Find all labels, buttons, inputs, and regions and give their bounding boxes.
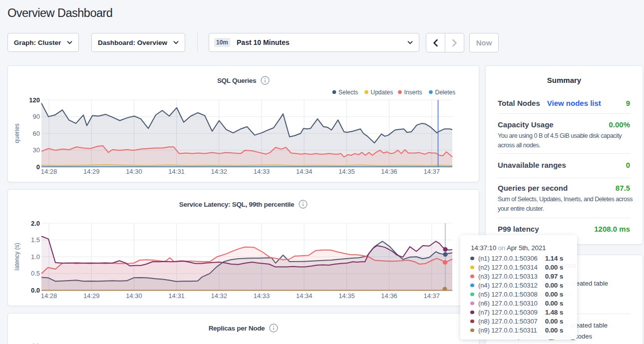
svg-text:14:34: 14:34 — [296, 292, 313, 300]
svg-text:14:33: 14:33 — [254, 292, 270, 300]
svg-text:latency (s): latency (s) — [13, 243, 20, 270]
svg-text:14:33: 14:33 — [254, 168, 270, 175]
svg-text:120: 120 — [29, 96, 40, 104]
svg-text:Selects: Selects — [338, 89, 358, 96]
svg-text:14:36: 14:36 — [381, 292, 397, 300]
svg-text:14:32: 14:32 — [211, 168, 228, 175]
svg-text:2.0: 2.0 — [31, 220, 40, 227]
svg-text:90: 90 — [33, 113, 40, 120]
svg-text:14:35: 14:35 — [338, 292, 355, 300]
svg-text:14:37: 14:37 — [424, 168, 440, 175]
svg-text:14:31: 14:31 — [168, 292, 185, 300]
svg-text:1.5: 1.5 — [31, 236, 40, 244]
svg-text:14:36: 14:36 — [381, 168, 397, 175]
svg-text:60: 60 — [33, 130, 40, 137]
svg-text:14:37: 14:37 — [424, 292, 440, 300]
svg-text:Inserts: Inserts — [404, 89, 422, 96]
svg-text:queries: queries — [13, 123, 20, 143]
svg-text:Deletes: Deletes — [435, 89, 456, 96]
svg-text:14:31: 14:31 — [168, 168, 185, 175]
svg-text:0.0: 0.0 — [31, 287, 40, 294]
svg-text:14:29: 14:29 — [83, 292, 100, 300]
svg-text:0: 0 — [36, 163, 40, 171]
svg-text:14:28: 14:28 — [41, 168, 57, 175]
svg-text:0.5: 0.5 — [31, 270, 40, 277]
svg-text:14:30: 14:30 — [126, 168, 142, 175]
svg-text:1.0: 1.0 — [31, 253, 40, 261]
svg-text:14:32: 14:32 — [211, 292, 228, 300]
svg-text:14:34: 14:34 — [296, 168, 313, 175]
svg-text:14:29: 14:29 — [83, 168, 100, 175]
svg-text:Updates: Updates — [371, 89, 393, 96]
svg-text:14:28: 14:28 — [41, 292, 57, 300]
svg-text:14:30: 14:30 — [126, 292, 142, 300]
svg-text:14:35: 14:35 — [338, 168, 355, 175]
svg-text:30: 30 — [33, 146, 40, 154]
